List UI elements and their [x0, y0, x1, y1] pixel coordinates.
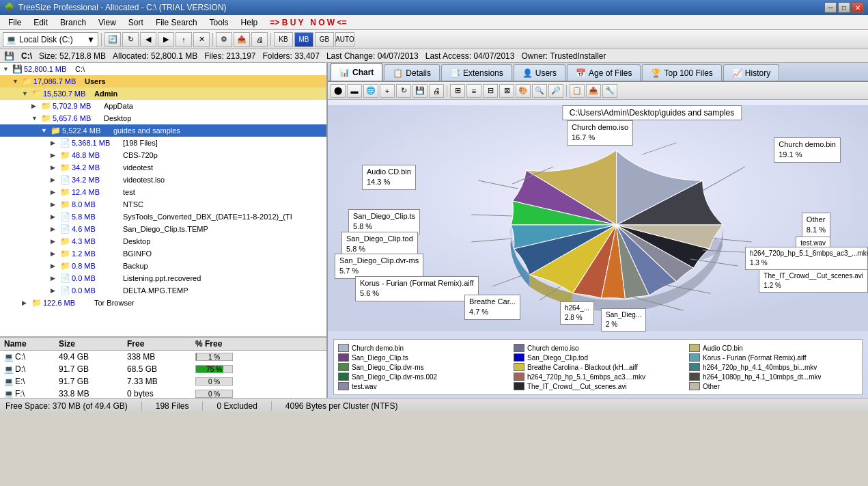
chart-view2[interactable]: ⊟: [483, 84, 498, 98]
tree-toggle[interactable]: ▼: [41, 127, 49, 134]
options-button[interactable]: ⚙: [216, 32, 232, 47]
tab-age[interactable]: 📅 Age of Files: [567, 64, 641, 81]
tree-toggle[interactable]: ▶: [51, 189, 59, 195]
tree-toggle[interactable]: ▶: [51, 176, 59, 183]
tree-item[interactable]: ▼ 📁 5,522.4 MB guides and samples: [0, 124, 326, 137]
tree-toggle[interactable]: ▶: [22, 299, 30, 306]
chart-refresh[interactable]: ↻: [396, 84, 411, 98]
kb-button[interactable]: KB: [274, 32, 293, 47]
menu-file[interactable]: File: [3, 16, 27, 29]
tab-history[interactable]: 📈 History: [723, 64, 779, 81]
menu-edit[interactable]: Edit: [28, 16, 53, 29]
menu-branch[interactable]: Branch: [55, 16, 92, 29]
refresh-button[interactable]: ↻: [122, 32, 139, 47]
gb-button[interactable]: GB: [315, 32, 334, 47]
tree-toggle[interactable]: ▶: [51, 226, 59, 232]
tree-item[interactable]: ▶ 📁 8.0 MB NTSC: [0, 198, 326, 211]
tree-item[interactable]: ▶ 📄 5.8 MB SysTools_Converted_DBX_(DATE=…: [0, 211, 326, 223]
menu-help[interactable]: Help: [236, 16, 264, 29]
chart-print[interactable]: 🖨: [429, 84, 444, 98]
tree-item[interactable]: ▼ 💾 52,800.1 MB C:\: [0, 63, 326, 75]
tree-item[interactable]: ▼ 📁 17,086.7 MB Users: [0, 75, 326, 87]
chart-color[interactable]: 🎨: [516, 84, 531, 98]
tree-item[interactable]: ▶ 📁 5,702.9 MB AppData: [0, 100, 326, 112]
tab-users[interactable]: 👤 Users: [514, 64, 565, 81]
tree-toggle[interactable]: ▼: [3, 66, 11, 72]
details-tab-icon: 📋: [393, 68, 403, 78]
tree-item[interactable]: ▼ 📁 5,657.6 MB Desktop: [0, 112, 326, 124]
tree-toggle[interactable]: ▶: [51, 275, 59, 282]
tree-item[interactable]: ▶ 📁 1.2 MB BGINFO: [0, 247, 326, 260]
up-button[interactable]: ↑: [176, 32, 192, 47]
tree-item[interactable]: ▼ 📁 15,530.7 MB Admin: [0, 87, 326, 100]
menu-view[interactable]: View: [93, 16, 122, 29]
tree-toggle[interactable]: ▶: [51, 262, 59, 269]
chart-list[interactable]: ≡: [466, 84, 481, 98]
drive-row[interactable]: 💻 D:\ 91.7 GB 68.5 GB 75 %: [0, 363, 326, 375]
tab-details[interactable]: 📋 Details: [384, 64, 440, 81]
chart-export[interactable]: 📤: [586, 84, 601, 98]
maximize-button[interactable]: □: [838, 2, 850, 13]
tree-toggle[interactable]: ▶: [51, 238, 59, 245]
forward-button[interactable]: ▶: [158, 32, 174, 47]
drive-row[interactable]: 💻 C:\ 49.4 GB 338 MB 1 %: [0, 351, 326, 363]
tree-toggle[interactable]: ▼: [12, 78, 20, 85]
back-button[interactable]: ◀: [140, 32, 156, 47]
tree-toggle[interactable]: ▶: [51, 164, 59, 171]
tree-item[interactable]: ▶ 📁 4.3 MB Desktop: [0, 235, 326, 247]
tree-toggle[interactable]: ▼: [22, 90, 30, 97]
chart-labels[interactable]: 🔍: [532, 84, 547, 98]
tree-item[interactable]: ▶ 📄 5,368.1 MB [198 Files]: [0, 137, 326, 149]
print-button[interactable]: 🖨: [251, 32, 268, 47]
minimize-button[interactable]: ─: [824, 2, 837, 13]
tree-toggle[interactable]: ▶: [51, 213, 59, 220]
chart-zoom-in[interactable]: +: [380, 84, 395, 98]
tree-toggle[interactable]: ▶: [51, 250, 59, 257]
tree-toggle[interactable]: ▶: [51, 139, 59, 146]
tree-item[interactable]: ▶ 📄 4.6 MB San_Diego_Clip.ts.TEMP: [0, 223, 326, 235]
export-button[interactable]: 📤: [234, 32, 250, 47]
chart-type-pie[interactable]: ⬤: [331, 84, 346, 98]
chart-list2[interactable]: 📋: [570, 84, 585, 98]
menu-sort[interactable]: Sort: [123, 16, 149, 29]
mb-button[interactable]: MB: [294, 32, 313, 47]
tree-item[interactable]: ▶ 📄 0.0 MB DELTA.MPG.TEMP: [0, 284, 326, 297]
menu-buy[interactable]: => B U Y N O W <=: [264, 16, 352, 29]
drive-total: 91.7 GB: [59, 377, 127, 386]
tree-toggle[interactable]: ▶: [51, 287, 59, 294]
chart-type-bar[interactable]: ▬: [347, 84, 362, 98]
close-button[interactable]: ✕: [852, 2, 864, 13]
chart-filter[interactable]: 🔧: [602, 84, 617, 98]
chart-grid[interactable]: ⊞: [450, 84, 465, 98]
scan-button[interactable]: 🔄: [104, 32, 121, 47]
tab-extensions[interactable]: 📑 Extensions: [441, 64, 512, 81]
drive-row[interactable]: 💻 F:\ 33.8 MB 0 bytes 0 %: [0, 388, 326, 398]
chart-type-other[interactable]: 🌐: [363, 84, 378, 98]
chart-zoom2[interactable]: 🔎: [548, 84, 563, 98]
tree-item[interactable]: ▶ 📁 122.6 MB Tor Browser: [0, 297, 326, 309]
tab-top100[interactable]: 🏆 Top 100 Files: [642, 64, 721, 81]
tree-item[interactable]: ▶ 📁 12.4 MB test: [0, 186, 326, 198]
tree-area[interactable]: ▼ 💾 52,800.1 MB C:\ ▼ 📁 17,086.7 MB User…: [0, 63, 326, 336]
tree-item[interactable]: ▶ 📁 34.2 MB videotest: [0, 161, 326, 174]
chart-view3[interactable]: ⊠: [499, 84, 514, 98]
drive-row[interactable]: 💻 E:\ 91.7 GB 7.33 MB 0 %: [0, 375, 326, 388]
tree-toggle[interactable]: ▶: [51, 201, 59, 208]
stop-button[interactable]: ✕: [193, 32, 210, 47]
auto-button[interactable]: AUTO: [335, 32, 354, 47]
tree-toggle[interactable]: ▶: [51, 152, 59, 159]
tree-item[interactable]: ▶ 📄 34.2 MB videotest.iso: [0, 174, 326, 186]
chart-save[interactable]: 💾: [412, 84, 428, 98]
tree-item[interactable]: ▶ 📁 0.8 MB Backup: [0, 260, 326, 272]
menu-file-search[interactable]: File Search: [150, 16, 203, 29]
tree-item[interactable]: ▶ 📁 48.8 MB CBS-720p: [0, 149, 326, 161]
tree-item[interactable]: ▶ 📄 0.0 MB Listening.ppt.recovered: [0, 272, 326, 284]
legend-label: h264_1080p_hp_4.1_10mbps_dt...mkv: [703, 373, 821, 381]
drive-percent: 0 %: [195, 377, 250, 386]
menu-tools[interactable]: Tools: [204, 16, 234, 29]
tree-toggle[interactable]: ▼: [31, 115, 40, 122]
tab-chart[interactable]: 📊 Chart: [331, 63, 382, 81]
drive-free: 338 MB: [127, 352, 195, 362]
drive-selector[interactable]: 💻 Local Disk (C:) ▼: [3, 32, 98, 47]
tree-toggle[interactable]: ▶: [31, 103, 40, 109]
